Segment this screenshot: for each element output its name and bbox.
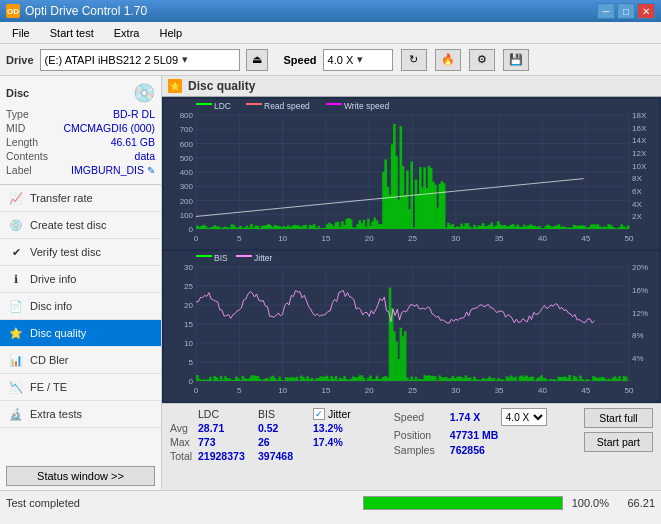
nav-transfer-rate[interactable]: 📈 Transfer rate bbox=[0, 185, 161, 212]
max-ldc: 773 bbox=[198, 436, 258, 448]
nav-label-extra-tests: Extra tests bbox=[30, 408, 82, 420]
position-value: 47731 MB bbox=[450, 429, 498, 441]
nav-label-disc-quality: Disc quality bbox=[30, 327, 86, 339]
transfer-rate-icon: 📈 bbox=[8, 190, 24, 206]
jitter-label: Jitter bbox=[328, 408, 351, 420]
fe-te-icon: 📉 bbox=[8, 379, 24, 395]
burn-button[interactable]: 🔥 bbox=[435, 49, 461, 71]
window-controls[interactable]: ─ □ ✕ bbox=[597, 3, 655, 19]
speed-select[interactable]: 4.0 X ▾ bbox=[323, 49, 393, 71]
top-chart-canvas bbox=[164, 99, 659, 249]
max-label: Max bbox=[170, 436, 198, 448]
settings-button[interactable]: ⚙ bbox=[469, 49, 495, 71]
stats-headers: LDC BIS Jitter bbox=[170, 408, 384, 420]
disc-info-icon: 📄 bbox=[8, 298, 24, 314]
nav-verify-test-disc[interactable]: ✔ Verify test disc bbox=[0, 239, 161, 266]
length-label: Length bbox=[6, 136, 38, 148]
window-title: Opti Drive Control 1.70 bbox=[25, 4, 147, 18]
label-label: Label bbox=[6, 164, 32, 176]
max-bis: 26 bbox=[258, 436, 313, 448]
total-row: Total 21928373 397468 bbox=[170, 450, 384, 462]
drive-select[interactable]: (E:) ATAPI iHBS212 2 5L09 ▾ bbox=[40, 49, 240, 71]
total-bis: 397468 bbox=[258, 450, 313, 462]
minimize-button[interactable]: ─ bbox=[597, 3, 615, 19]
nav-label-transfer-rate: Transfer rate bbox=[30, 192, 93, 204]
nav-label-disc-info: Disc info bbox=[30, 300, 72, 312]
jitter-check-row: Jitter bbox=[313, 408, 351, 420]
drive-info-icon: ℹ bbox=[8, 271, 24, 287]
total-ldc: 21928373 bbox=[198, 450, 258, 462]
extra-tests-icon: 🔬 bbox=[8, 406, 24, 422]
edit-label-icon[interactable]: ✎ bbox=[147, 165, 155, 176]
content-header: ⭐ Disc quality bbox=[162, 76, 661, 97]
nav-create-test-disc[interactable]: 💿 Create test disc bbox=[0, 212, 161, 239]
length-value: 46.61 GB bbox=[111, 136, 155, 148]
total-label: Total bbox=[170, 450, 198, 462]
speed-row: Speed 1.74 X 4.0 X 2.0 X 8.0 X bbox=[394, 408, 574, 426]
nav-drive-info[interactable]: ℹ Drive info bbox=[0, 266, 161, 293]
bis-header: BIS bbox=[258, 408, 313, 420]
avg-ldc: 28.71 bbox=[198, 422, 258, 434]
samples-row: Samples 762856 bbox=[394, 444, 574, 456]
verify-test-disc-icon: ✔ bbox=[8, 244, 24, 260]
content-area: ⭐ Disc quality LDC BIS bbox=[162, 76, 661, 490]
disc-quality-icon: ⭐ bbox=[8, 325, 24, 341]
type-value: BD-R DL bbox=[113, 108, 155, 120]
nav-label-drive-info: Drive info bbox=[30, 273, 76, 285]
content-title: Disc quality bbox=[188, 79, 255, 93]
max-row: Max 773 26 17.4% bbox=[170, 436, 384, 448]
save-button[interactable]: 💾 bbox=[503, 49, 529, 71]
avg-jitter: 13.2% bbox=[313, 422, 368, 434]
speed-label: Speed bbox=[284, 54, 317, 66]
cd-bler-icon: 📊 bbox=[8, 352, 24, 368]
maximize-button[interactable]: □ bbox=[617, 3, 635, 19]
status-bar: Test completed 100.0% 66.21 bbox=[0, 490, 661, 514]
nav-fe-te[interactable]: 📉 FE / TE bbox=[0, 374, 161, 401]
drive-bar: Drive (E:) ATAPI iHBS212 2 5L09 ▾ ⏏ Spee… bbox=[0, 44, 661, 76]
speed-select-dropdown[interactable]: 4.0 X 2.0 X 8.0 X bbox=[501, 408, 547, 426]
nav-cd-bler[interactable]: 📊 CD Bler bbox=[0, 347, 161, 374]
progress-value: 100.0% bbox=[569, 497, 609, 509]
top-chart bbox=[164, 99, 659, 249]
mid-label: MID bbox=[6, 122, 25, 134]
progress-bar-container bbox=[363, 496, 563, 510]
label-value: IMGBURN_DIS ✎ bbox=[71, 164, 155, 176]
action-buttons: Start full Start part bbox=[584, 408, 653, 452]
statusbar-speed: 66.21 bbox=[615, 497, 655, 509]
menu-start-test[interactable]: Start test bbox=[42, 25, 102, 41]
start-part-button[interactable]: Start part bbox=[584, 432, 653, 452]
nav-extra-tests[interactable]: 🔬 Extra tests bbox=[0, 401, 161, 428]
samples-label: Samples bbox=[394, 444, 444, 456]
close-button[interactable]: ✕ bbox=[637, 3, 655, 19]
jitter-checkbox[interactable] bbox=[313, 408, 325, 420]
start-full-button[interactable]: Start full bbox=[584, 408, 653, 428]
speed-value: 1.74 X bbox=[450, 411, 495, 423]
contents-label: Contents bbox=[6, 150, 48, 162]
position-label: Position bbox=[394, 429, 444, 441]
menu-file[interactable]: File bbox=[4, 25, 38, 41]
stats-table: LDC BIS Jitter Avg 28.71 0.52 13.2% Max bbox=[170, 408, 384, 462]
menu-help[interactable]: Help bbox=[151, 25, 190, 41]
status-window-button[interactable]: Status window >> bbox=[6, 466, 155, 486]
nav-label-cd-bler: CD Bler bbox=[30, 354, 69, 366]
content-icon: ⭐ bbox=[168, 79, 182, 93]
speed-section: Speed 1.74 X 4.0 X 2.0 X 8.0 X Position … bbox=[394, 408, 574, 456]
eject-button[interactable]: ⏏ bbox=[246, 49, 268, 71]
nav-disc-info[interactable]: 📄 Disc info bbox=[0, 293, 161, 320]
contents-value: data bbox=[135, 150, 155, 162]
avg-row: Avg 28.71 0.52 13.2% bbox=[170, 422, 384, 434]
bottom-chart-canvas bbox=[164, 251, 659, 401]
create-test-disc-icon: 💿 bbox=[8, 217, 24, 233]
disc-info-section: Disc 💿 Type BD-R DL MID CMCMAGDI6 (000) … bbox=[0, 76, 161, 185]
menu-extra[interactable]: Extra bbox=[106, 25, 148, 41]
sidebar: Disc 💿 Type BD-R DL MID CMCMAGDI6 (000) … bbox=[0, 76, 162, 490]
refresh-button[interactable]: ↻ bbox=[401, 49, 427, 71]
mid-value: CMCMAGDI6 (000) bbox=[63, 122, 155, 134]
avg-bis: 0.52 bbox=[258, 422, 313, 434]
nav-disc-quality[interactable]: ⭐ Disc quality bbox=[0, 320, 161, 347]
nav-label-fe-te: FE / TE bbox=[30, 381, 67, 393]
type-label: Type bbox=[6, 108, 29, 120]
main-layout: Disc 💿 Type BD-R DL MID CMCMAGDI6 (000) … bbox=[0, 76, 661, 490]
position-row: Position 47731 MB bbox=[394, 429, 574, 441]
avg-label: Avg bbox=[170, 422, 198, 434]
